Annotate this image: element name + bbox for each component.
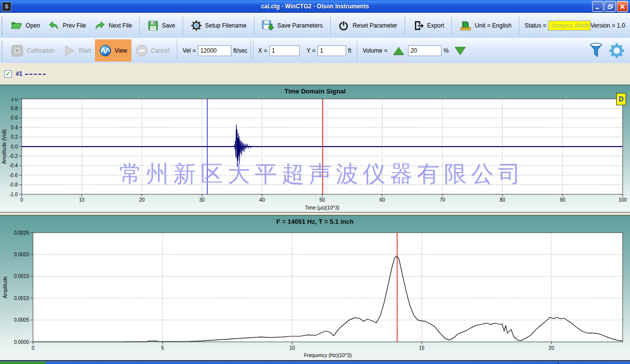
calibration-label: Calibration bbox=[27, 47, 55, 54]
svg-text:Amplitude (Volt): Amplitude (Volt) bbox=[1, 129, 7, 164]
cancel-icon bbox=[135, 44, 148, 57]
next-file-button[interactable]: Next File bbox=[90, 18, 136, 33]
save-parameters-button[interactable]: Save Parameters bbox=[257, 18, 327, 33]
svg-text:10: 10 bbox=[79, 197, 85, 203]
prev-file-label: Prev File bbox=[63, 22, 86, 29]
cancel-button[interactable]: Cancel bbox=[131, 43, 173, 59]
frequency-chart: F = 14051 Hz, T = 5.1 inch 051015200.000… bbox=[0, 215, 630, 361]
svg-text:-0.8: -0.8 bbox=[9, 182, 18, 187]
window-title: cal.ctg - WinCTG2 - Olson Instruments bbox=[0, 3, 630, 10]
vel-input[interactable] bbox=[198, 45, 231, 56]
start-button-sliver[interactable] bbox=[0, 362, 46, 364]
channel-row: ✓ #1 bbox=[0, 63, 630, 85]
toolbar-separator bbox=[251, 41, 251, 61]
svg-text:0.0010: 0.0010 bbox=[14, 296, 29, 301]
prev-file-button[interactable]: Prev File bbox=[44, 18, 90, 33]
export-label: Export bbox=[427, 22, 444, 29]
time-domain-plot[interactable]: 01020304050607080901001.00.80.60.40.20.0… bbox=[0, 98, 630, 213]
setup-gear-icon bbox=[190, 20, 202, 31]
calibration-icon bbox=[11, 44, 24, 57]
calibration-button[interactable]: Calibration bbox=[7, 43, 59, 59]
filter-funnel-icon[interactable] bbox=[589, 42, 603, 59]
cancel-label: Cancel bbox=[151, 47, 169, 54]
frequency-title: F = 14051 Hz, T = 5.1 inch bbox=[0, 215, 630, 228]
svg-text:0: 0 bbox=[32, 345, 34, 351]
toolbar-separator bbox=[253, 41, 253, 61]
settings-gear-icon[interactable] bbox=[608, 42, 625, 59]
volume-down-button[interactable] bbox=[455, 47, 466, 55]
export-button[interactable]: Export bbox=[409, 18, 448, 33]
reset-parameter-button[interactable]: Reset Parameter bbox=[334, 18, 401, 33]
view-button[interactable]: View bbox=[95, 39, 131, 61]
xy-unit-label: ft bbox=[348, 47, 351, 54]
toolbar-separator bbox=[254, 16, 254, 35]
x-input[interactable] bbox=[269, 45, 300, 56]
next-file-label: Next File bbox=[109, 22, 132, 29]
svg-text:0.2: 0.2 bbox=[11, 134, 18, 140]
svg-text:0.0025: 0.0025 bbox=[14, 230, 29, 236]
svg-text:20: 20 bbox=[549, 345, 555, 351]
volume-input[interactable] bbox=[408, 45, 441, 56]
save-parameters-icon bbox=[261, 20, 274, 31]
svg-text:0.0015: 0.0015 bbox=[14, 273, 29, 279]
svg-text:Frequency (Hz)(10^3): Frequency (Hz)(10^3) bbox=[304, 353, 352, 358]
unit-button[interactable]: Unit = English bbox=[455, 18, 515, 33]
next-file-icon bbox=[94, 20, 106, 31]
open-label: Open bbox=[26, 22, 40, 29]
prev-file-icon bbox=[48, 20, 60, 31]
toolbar-separator bbox=[405, 16, 405, 35]
unit-label: Unit = English bbox=[475, 22, 511, 29]
reset-parameter-label: Reset Parameter bbox=[352, 22, 397, 29]
view-wave-icon bbox=[99, 44, 112, 57]
volume-unit-label: % bbox=[443, 47, 449, 54]
y-label: Y = bbox=[307, 47, 315, 54]
toolbar-separator bbox=[177, 41, 177, 61]
svg-text:30: 30 bbox=[199, 197, 205, 203]
svg-text:Time (µs)(10^3): Time (µs)(10^3) bbox=[305, 205, 339, 211]
y-input[interactable] bbox=[317, 45, 346, 56]
channel-1-checkbox[interactable]: ✓ bbox=[4, 70, 12, 78]
toolbar-separator bbox=[330, 16, 331, 35]
main-toolbar: Open Prev File Next File Save Setup File… bbox=[0, 13, 630, 38]
svg-text:0.8: 0.8 bbox=[11, 106, 18, 111]
status-value: Analysis Mode bbox=[548, 21, 591, 30]
frequency-plot[interactable]: 051015200.00000.00050.00100.00150.00200.… bbox=[0, 229, 630, 361]
svg-text:0.4: 0.4 bbox=[11, 125, 18, 130]
export-icon bbox=[412, 20, 424, 31]
svg-text:100: 100 bbox=[619, 197, 627, 203]
vel-unit-label: ft/sec bbox=[233, 47, 248, 54]
channel-1-label: #1 bbox=[16, 70, 22, 77]
save-button[interactable]: Save bbox=[143, 18, 179, 33]
x-label: X = bbox=[258, 47, 267, 54]
save-label: Save bbox=[162, 22, 175, 29]
version-label: Version = 1.0 bbox=[591, 22, 625, 29]
open-folder-icon bbox=[10, 20, 23, 31]
svg-text:-0.6: -0.6 bbox=[9, 173, 18, 178]
time-domain-chart: Time Domain Signal D 0102030405060708090… bbox=[0, 85, 630, 212]
svg-text:40: 40 bbox=[259, 197, 265, 203]
toolbar-separator bbox=[139, 16, 140, 35]
save-icon bbox=[147, 20, 159, 31]
toolbar-separator bbox=[519, 16, 519, 35]
toolbar-grip bbox=[1, 41, 4, 60]
setup-filename-button[interactable]: Setup Filename bbox=[187, 18, 251, 33]
time-domain-title: Time Domain Signal bbox=[0, 85, 630, 98]
display-mode-button[interactable]: D bbox=[616, 93, 626, 105]
toolbar-grip bbox=[1, 16, 3, 35]
taskbar-strip bbox=[0, 361, 630, 364]
start-label: Start bbox=[78, 47, 91, 54]
control-toolbar: Calibration Start View Cancel Vel = ft/s… bbox=[0, 38, 630, 63]
svg-text:20: 20 bbox=[139, 197, 145, 203]
setup-filename-label: Setup Filename bbox=[205, 22, 247, 29]
svg-text:-0.2: -0.2 bbox=[9, 153, 18, 159]
volume-up-button[interactable] bbox=[393, 47, 404, 55]
start-button[interactable]: Start bbox=[59, 43, 94, 59]
svg-text:1.0: 1.0 bbox=[11, 98, 18, 102]
status-label: Status = bbox=[525, 22, 546, 29]
start-play-icon bbox=[63, 44, 75, 57]
svg-text:15: 15 bbox=[419, 345, 425, 351]
toolbar-separator bbox=[451, 16, 452, 35]
open-button[interactable]: Open bbox=[6, 18, 44, 33]
svg-text:80: 80 bbox=[500, 197, 505, 203]
svg-text:0.6: 0.6 bbox=[11, 115, 18, 121]
